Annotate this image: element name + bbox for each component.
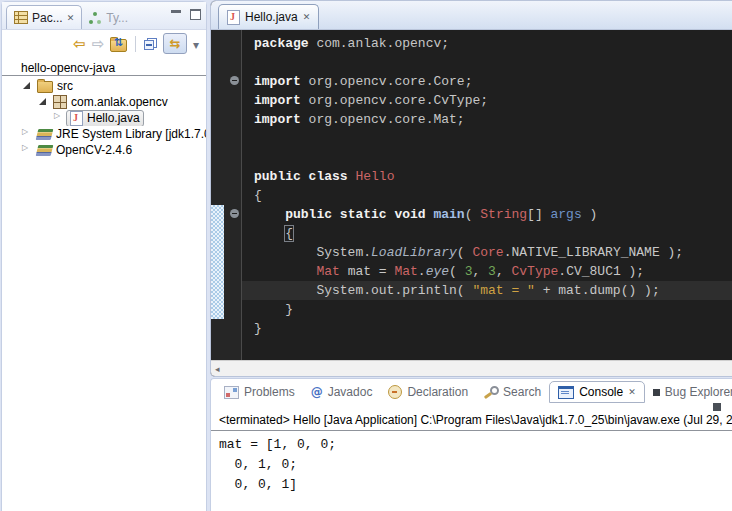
tree-item-content[interactable]: hello-opencv-java — [18, 60, 118, 75]
bottom-view-tabbar: ProblemsJavadocDeclarationSearchConsole✕… — [211, 379, 732, 405]
tab-console[interactable]: Console✕ — [549, 381, 645, 403]
code-line[interactable]: package com.anlak.opencv; — [242, 34, 732, 53]
code-token: [] — [527, 207, 550, 222]
tree-item[interactable]: src — [2, 78, 206, 94]
tree-item-content[interactable]: src — [34, 79, 76, 94]
code-token: { — [285, 226, 293, 241]
code-text[interactable]: package com.anlak.opencv; import org.ope… — [242, 30, 732, 361]
code-line[interactable]: public class Hello — [242, 167, 732, 186]
maximize-icon[interactable] — [190, 9, 201, 20]
code-line[interactable]: { — [242, 186, 732, 205]
code-token: Hello — [355, 169, 394, 184]
editor-area: Hello.java ✕ package com.anlak.opencv; i… — [210, 0, 732, 377]
tree-item-content[interactable]: com.anlak.opencv — [50, 95, 171, 110]
back-icon[interactable] — [73, 34, 86, 53]
package-icon — [53, 95, 67, 109]
close-icon[interactable]: ✕ — [67, 13, 75, 23]
code-token: ( — [457, 245, 473, 260]
code-line[interactable]: } — [242, 300, 732, 319]
code-line[interactable]: Mat mat = Mat.eye( 3, 3, CvType.CV_8UC1 … — [242, 262, 732, 281]
close-icon[interactable]: ✕ — [303, 12, 311, 22]
package-explorer-toolbar — [2, 30, 206, 57]
code-token: main — [433, 207, 464, 222]
minimize-icon[interactable] — [171, 9, 181, 18]
tree-expanded-arrow-icon[interactable] — [38, 97, 48, 107]
java-file-icon — [70, 111, 83, 126]
code-token: .NATIVE_LIBRARY_NAME ); — [504, 245, 683, 260]
code-line[interactable]: System.LoadLibrary( Core.NATIVE_LIBRARY_… — [242, 243, 732, 262]
collapse-all-icon[interactable] — [144, 38, 157, 50]
tree-item-content[interactable]: JRE System Library [jdk1.7.0_25] — [34, 127, 206, 142]
code-token: ( — [449, 264, 465, 279]
tree-item[interactable]: Hello.java — [2, 110, 206, 126]
forward-icon[interactable] — [91, 34, 104, 53]
tree-item-label: com.anlak.opencv — [71, 95, 168, 109]
code-token: System.out.println( — [254, 283, 472, 298]
tree-item[interactable]: hello-opencv-java — [2, 60, 206, 76]
code-token: "mat = " — [472, 283, 534, 298]
fold-collapse-icon[interactable] — [230, 76, 239, 85]
declaration-icon — [388, 385, 402, 399]
code-token — [254, 264, 316, 279]
package-explorer-tabbar: Pac... ✕ Ty... — [2, 2, 206, 30]
view-menu-icon[interactable] — [193, 34, 199, 53]
code-line[interactable] — [242, 148, 732, 167]
library-icon — [36, 145, 54, 156]
code-line[interactable]: import org.opencv.core.CvType; — [242, 91, 732, 110]
tab-search[interactable]: Search — [476, 382, 549, 402]
fold-collapse-icon[interactable] — [230, 209, 239, 218]
up-icon[interactable] — [110, 39, 127, 52]
code-line[interactable] — [242, 129, 732, 148]
tab-label: Search — [503, 385, 541, 399]
code-line[interactable]: } — [242, 319, 732, 338]
tab-label: Pac... — [32, 11, 63, 25]
console-icon — [558, 386, 574, 399]
console-output-line: mat = [1, 0, 0; — [219, 435, 724, 455]
tree-collapsed-arrow-icon[interactable] — [22, 129, 32, 139]
code-token: LoadLibrary — [371, 245, 457, 260]
tab-bug-explorer[interactable]: Bug Explorer — [645, 382, 732, 402]
tree-collapsed-arrow-icon[interactable] — [54, 113, 64, 123]
tab-package-explorer[interactable]: Pac... ✕ — [6, 5, 82, 29]
code-token: import — [254, 112, 301, 127]
close-icon[interactable]: ✕ — [628, 387, 636, 397]
type-hierarchy-icon — [89, 12, 102, 24]
console-output[interactable]: mat = [1, 0, 0; 0, 1, 0; 0, 0, 1] — [211, 431, 732, 499]
code-token — [254, 207, 285, 222]
code-line[interactable]: System.out.println( "mat = " + mat.dump(… — [242, 281, 732, 300]
tab-type-hierarchy[interactable]: Ty... — [82, 6, 135, 29]
code-token: public class — [254, 169, 355, 184]
tab-label: Console — [579, 385, 623, 399]
tab-hello-java[interactable]: Hello.java ✕ — [218, 4, 319, 29]
code-editor[interactable]: package com.anlak.opencv; import org.ope… — [211, 30, 732, 361]
selected-tree-item[interactable]: Hello.java — [66, 110, 144, 126]
tab-declaration[interactable]: Declaration — [380, 382, 476, 402]
code-token: } — [254, 321, 262, 336]
tab-javadoc[interactable]: Javadoc — [303, 382, 381, 402]
tree-collapsed-arrow-icon[interactable] — [22, 145, 32, 155]
tab-label: Problems — [244, 385, 295, 399]
code-token: . — [418, 264, 426, 279]
editor-tab-label: Hello.java — [245, 10, 298, 24]
code-line[interactable]: import org.opencv.core.Core; — [242, 72, 732, 91]
link-with-editor-icon[interactable] — [163, 33, 187, 54]
code-token: com.anlak.opencv; — [309, 36, 449, 51]
tree-item[interactable]: com.anlak.opencv — [2, 94, 206, 110]
code-line[interactable]: public static void main( String[] args ) — [242, 205, 732, 224]
code-token: String — [480, 207, 527, 222]
tree-item[interactable]: JRE System Library [jdk1.7.0_25] — [2, 126, 206, 142]
tab-problems[interactable]: Problems — [216, 382, 303, 402]
code-token: ( — [465, 207, 481, 222]
code-line[interactable] — [242, 53, 732, 72]
tree-expanded-arrow-icon[interactable] — [22, 81, 32, 91]
console-panel: ProblemsJavadocDeclarationSearchConsole✕… — [210, 378, 732, 511]
console-toolbar-icon[interactable] — [713, 403, 721, 411]
code-line[interactable]: import org.opencv.core.Mat; — [242, 110, 732, 129]
problems-icon — [224, 386, 239, 399]
horizontal-scrollbar[interactable] — [211, 360, 732, 376]
javadoc-icon — [311, 385, 323, 399]
code-token: { — [254, 188, 262, 203]
tree-item[interactable]: OpenCV-2.4.6 — [2, 142, 206, 158]
tree-item-content[interactable]: OpenCV-2.4.6 — [34, 143, 135, 158]
code-line[interactable]: { — [242, 224, 732, 243]
